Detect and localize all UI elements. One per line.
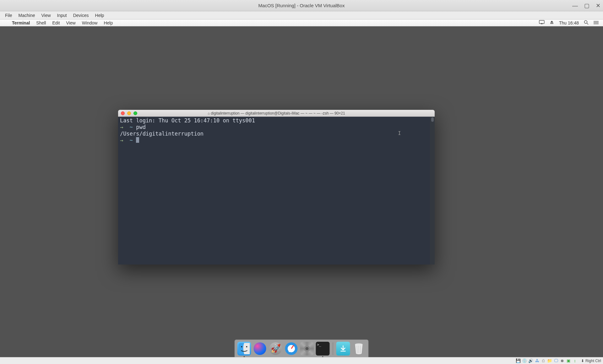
mac-menu-help[interactable]: Help [100, 20, 116, 25]
terminal-scrollbar-thumb[interactable] [431, 117, 434, 122]
spotlight-icon[interactable] [584, 20, 589, 26]
terminal-cursor [136, 137, 139, 143]
vbox-hostkey-indicator: ⬇ Right Ctrl [581, 359, 601, 363]
virtualbox-statusbar: 💾 💿 🔊 🖧 ⎙ 📁 🖵 ⏺ ▣ ↕ ⬇ Right Ctrl [0, 357, 603, 364]
vbox-shared-folder-icon[interactable]: 📁 [547, 358, 552, 363]
vbox-menu-machine[interactable]: Machine [15, 13, 38, 18]
macos-menubar-left: Terminal Shell Edit View Window Help [3, 20, 116, 25]
mac-menu-view[interactable]: View [63, 20, 79, 25]
svg-rect-1 [550, 23, 553, 24]
vbox-cpu-icon[interactable]: ▣ [566, 358, 571, 363]
terminal-prompt-line-1: → ~ pwd [120, 124, 433, 131]
dock: 🚀 >_ [235, 340, 369, 357]
svg-point-8 [241, 346, 242, 347]
airplay-icon[interactable] [539, 20, 545, 25]
vbox-harddisk-icon[interactable]: 💾 [516, 358, 521, 363]
dock-system-preferences-icon[interactable] [300, 342, 314, 356]
vbox-menu-help[interactable]: Help [92, 13, 107, 18]
dock-trash-icon[interactable] [352, 342, 366, 356]
vbox-display-icon[interactable]: 🖵 [554, 358, 558, 363]
terminal-title-text: digitalinterruption — digitalinterruptio… [211, 111, 345, 115]
terminal-output-line-1: /Users/digitalinterruption [120, 131, 433, 137]
dock-launchpad-icon[interactable]: 🚀 [269, 342, 283, 356]
terminal-window: ⌂ digitalinterruption — digitalinterrupt… [118, 110, 435, 265]
svg-point-11 [306, 347, 309, 350]
mac-menu-edit[interactable]: Edit [49, 20, 63, 25]
vbox-network-icon[interactable]: 🖧 [535, 358, 540, 363]
virtualbox-window-title: MacOS [Running] - Oracle VM VirtualBox [258, 3, 345, 8]
notification-center-icon[interactable] [594, 20, 599, 25]
app-name-menu[interactable]: Terminal [9, 20, 33, 25]
vbox-menu-file[interactable]: File [2, 13, 15, 18]
dock-finder-icon[interactable] [237, 342, 251, 356]
svg-line-3 [587, 23, 588, 24]
macos-menubar: Terminal Shell Edit View Window Help Thu… [0, 19, 603, 26]
window-minimize-button[interactable] [127, 111, 131, 115]
virtualbox-titlebar: MacOS [Running] - Oracle VM VirtualBox —… [0, 0, 603, 11]
text-cursor-icon: I [398, 130, 401, 136]
macos-desktop[interactable]: ⌂ digitalinterruption — digitalinterrupt… [0, 26, 603, 357]
svg-point-9 [246, 346, 247, 347]
terminal-prompt-line-2: → ~ [120, 137, 433, 144]
minimize-button[interactable]: — [572, 3, 578, 9]
terminal-titlebar[interactable]: ⌂ digitalinterruption — digitalinterrupt… [118, 110, 435, 117]
window-close-button[interactable] [121, 111, 125, 115]
terminal-scrollbar[interactable] [430, 117, 435, 265]
home-icon: ⌂ [208, 111, 210, 115]
dock-separator [333, 342, 333, 355]
dock-siri-icon[interactable] [253, 342, 267, 356]
eject-icon[interactable] [550, 20, 554, 25]
vbox-menu-devices[interactable]: Devices [70, 13, 92, 18]
vbox-recording-icon[interactable]: ⏺ [560, 358, 565, 363]
window-zoom-button[interactable] [133, 111, 137, 115]
menubar-clock[interactable]: Thu 16:48 [559, 20, 579, 25]
terminal-line-last-login: Last login: Thu Oct 25 16:47:10 on ttys0… [120, 117, 433, 124]
virtualbox-menubar: File Machine View Input Devices Help [0, 11, 603, 19]
vbox-audio-icon[interactable]: 🔊 [529, 358, 533, 363]
vbox-optical-icon[interactable]: 💿 [522, 358, 527, 363]
macos-guest-display: Terminal Shell Edit View Window Help Thu… [0, 19, 603, 357]
svg-point-2 [584, 20, 587, 23]
hostkey-label: Right Ctrl [585, 359, 601, 363]
close-button[interactable]: ✕ [596, 2, 600, 9]
terminal-body[interactable]: Last login: Thu Oct 25 16:47:10 on ttys0… [118, 117, 435, 265]
traffic-lights [118, 111, 137, 115]
mac-menu-shell[interactable]: Shell [33, 20, 49, 25]
vbox-mouse-integration-icon[interactable]: ↕ [573, 358, 577, 363]
terminal-title: ⌂ digitalinterruption — digitalinterrupt… [208, 111, 345, 115]
maximize-button[interactable]: ▢ [584, 2, 589, 9]
vbox-menu-view[interactable]: View [38, 13, 54, 18]
dock-safari-icon[interactable] [285, 342, 298, 356]
dock-downloads-icon[interactable] [336, 342, 350, 356]
vbox-status-icons: 💾 💿 🔊 🖧 ⎙ 📁 🖵 ⏺ ▣ ↕ [516, 358, 577, 363]
vbox-usb-icon[interactable]: ⎙ [541, 358, 546, 363]
virtualbox-window-controls: — ▢ ✕ [572, 0, 600, 11]
dock-terminal-icon[interactable]: >_ [316, 342, 330, 356]
vbox-menu-input[interactable]: Input [54, 13, 70, 18]
macos-menubar-right: Thu 16:48 [539, 20, 600, 26]
mac-menu-window[interactable]: Window [79, 20, 101, 25]
hostkey-arrow-icon: ⬇ [581, 359, 584, 363]
